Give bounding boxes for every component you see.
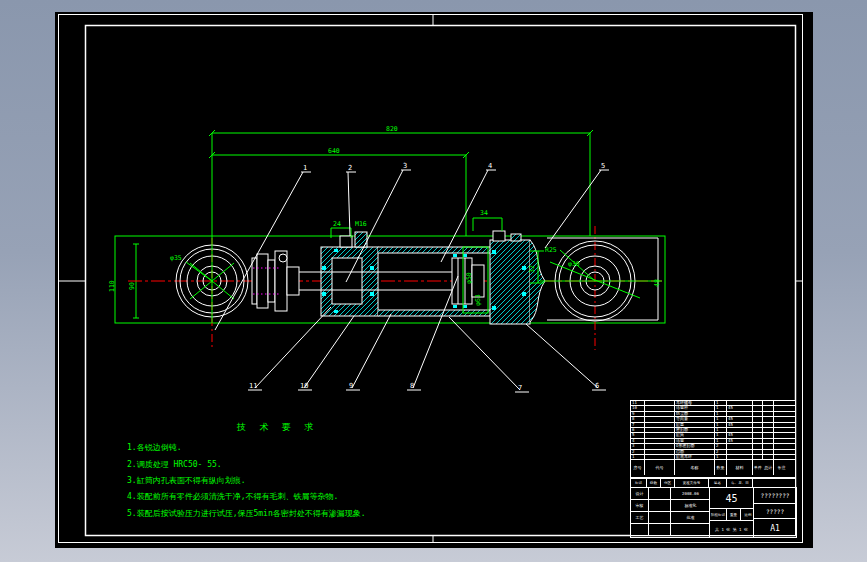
dim-plate-height: 48 — [653, 279, 661, 287]
balloon-1: 1 — [303, 164, 307, 172]
note-line-1: 1.各锐边倒钝. — [127, 444, 181, 452]
title-block: 标记 处数 分区 更改文件号 签名 年、月、日 设计2008.06 审核标准化 … — [630, 478, 796, 536]
cad-viewer-canvas: 820 640 24 M16 34 110 90 φ50 φ63 32 48 φ… — [0, 0, 867, 562]
note-line-3: 3.缸筒内孔表面不得有纵向划痕. — [127, 477, 245, 485]
drawing-name: ???????? — [753, 487, 797, 504]
dim-eye-right-d: φ30 — [568, 260, 580, 268]
dim-gland-width: 24 — [333, 220, 341, 228]
dim-cap-boss: 34 — [480, 209, 488, 217]
note-line-4: 4.装配前所有零件必须清洗干净,不得有毛刺、铁屑等杂物. — [127, 493, 338, 501]
dim-view-height: 110 — [108, 280, 116, 292]
balloon-3: 3 — [403, 162, 407, 170]
dim-tube-od: 90 — [128, 282, 136, 290]
balloon-10: 10 — [300, 382, 308, 390]
balloon-8: 8 — [410, 382, 414, 390]
balloon-2: 2 — [348, 164, 352, 172]
sheet-format: A1 — [753, 518, 797, 538]
dim-port-thread: M16 — [355, 220, 367, 228]
dim-piston-d2: φ63 — [474, 294, 482, 306]
balloon-11: 11 — [249, 382, 257, 390]
note-line-2: 2.调质处理 HRC50- 55. — [127, 461, 222, 469]
dim-overall: 820 — [386, 125, 398, 133]
balloon-5: 5 — [601, 162, 605, 170]
note-line-5: 5.装配后按试验压力进行试压,保压5min各密封处不得有渗漏现象. — [127, 510, 366, 518]
dim-eye-right-r: R25 — [545, 246, 557, 254]
sheet-count: 共 1 张 第 1 张 — [709, 520, 754, 538]
dim-piston-d1: φ50 — [465, 272, 473, 284]
parts-list-table: 11耳环螺母1 10活塞杆145 9防尘圈1 8导向套145 7缸盖145 6密… — [630, 400, 796, 478]
balloon-7: 7 — [518, 384, 522, 392]
balloon-6: 6 — [595, 382, 599, 390]
drawing-number: ????? — [753, 503, 797, 519]
notes-title: 技 术 要 求 — [237, 421, 317, 434]
dim-eye-left: φ35 — [170, 254, 182, 262]
balloon-4: 4 — [488, 162, 492, 170]
dim-cap-depth: 32 — [528, 265, 536, 273]
parts-list-header: 序号 代号 名称 数量 材料 单件 总计 备注 — [631, 460, 795, 475]
dim-second: 640 — [328, 147, 340, 155]
balloon-9: 9 — [349, 382, 353, 390]
material-field: 45 — [709, 487, 754, 509]
